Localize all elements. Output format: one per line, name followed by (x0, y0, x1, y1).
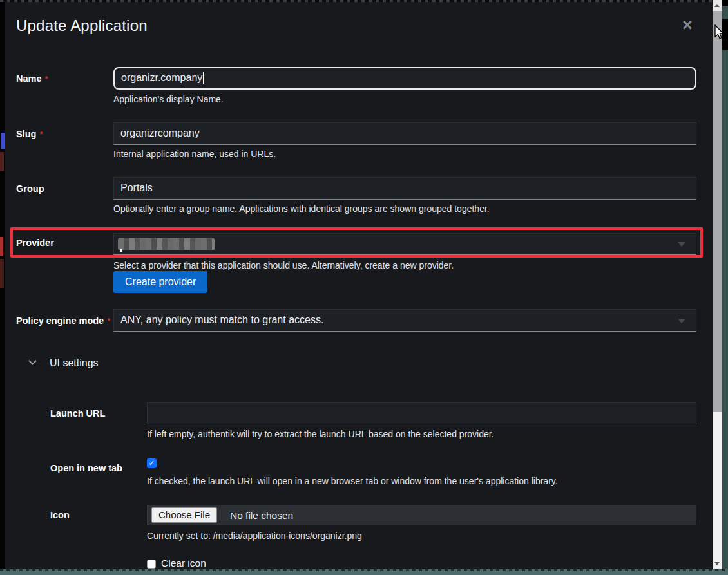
page-edge-artifact (0, 259, 4, 288)
chevron-down-icon (678, 242, 685, 247)
open-in-new-tab-checkbox[interactable]: ✓ (147, 458, 157, 468)
redaction-artifact (120, 249, 122, 252)
icon-file-input[interactable]: Choose File No file chosen (147, 505, 696, 525)
ui-settings-title: UI settings (50, 357, 99, 369)
open-in-new-tab-help-text: If checked, the launch URL will open in … (147, 476, 558, 486)
scrollbar-thumb[interactable] (713, 11, 722, 412)
slug-input[interactable]: organizrcompany (113, 122, 696, 145)
scrollbar-up-button[interactable] (713, 0, 722, 11)
launch-url-help-text: If left empty, authentik will try to ext… (147, 429, 494, 439)
icon-field-label: Icon (50, 510, 147, 520)
file-status-text: No file chosen (230, 508, 293, 523)
provider-select[interactable] (113, 233, 696, 255)
page-edge-artifact (1, 133, 5, 149)
launch-url-input[interactable] (147, 402, 696, 424)
provider-field-label: Provider (16, 238, 113, 248)
name-field-label: Name* (16, 73, 113, 84)
required-asterisk: * (39, 129, 43, 139)
page-edge-artifact (0, 237, 3, 256)
launch-url-label: Launch URL (50, 408, 147, 419)
slug-help-text: Internal application name, used in URLs. (113, 149, 276, 159)
group-help-text: Optionally enter a group name. Applicati… (113, 203, 490, 214)
icon-help-text: Currently set to: /media/application-ico… (147, 531, 362, 541)
provider-help-text: Select a provider that this application … (113, 260, 454, 270)
check-icon: ✓ (148, 458, 155, 467)
mouse-cursor-icon (713, 24, 724, 41)
policy-engine-mode-label: Policy engine mode* (16, 316, 113, 326)
create-provider-button[interactable]: Create provider (113, 271, 207, 293)
group-input[interactable]: Portals (113, 177, 696, 200)
required-asterisk: * (107, 316, 110, 326)
scrollbar-down-button[interactable] (713, 558, 722, 569)
clear-icon-checkbox[interactable] (147, 560, 156, 569)
text-caret (203, 72, 204, 84)
name-help-text: Application's display Name. (113, 94, 224, 104)
triangle-up-icon (714, 4, 720, 7)
clear-icon-label: Clear icon (161, 558, 206, 569)
page-edge-artifact (722, 0, 728, 6)
name-input[interactable]: organizr.company (113, 67, 696, 90)
choose-file-button[interactable]: Choose File (151, 507, 217, 523)
chevron-down-icon (28, 357, 37, 365)
triangle-down-icon (714, 562, 720, 565)
group-field-label: Group (16, 184, 113, 194)
page-edge-left (0, 0, 5, 575)
close-icon[interactable]: × (678, 15, 697, 35)
required-asterisk: * (45, 74, 48, 84)
screenshot-root: Update Application × Name* organizr.comp… (0, 0, 728, 575)
slug-field-label: Slug* (16, 129, 113, 139)
policy-engine-mode-select[interactable]: ANY, any policy must match to grant acce… (113, 309, 696, 332)
ui-settings-section-toggle[interactable]: UI settings (23, 356, 101, 374)
modal-title: Update Application (16, 17, 148, 35)
chevron-down-icon (678, 319, 685, 323)
page-edge-artifact (0, 152, 4, 171)
scrollbar[interactable] (713, 0, 722, 569)
redacted-provider-value (118, 238, 215, 250)
open-in-new-tab-label: Open in new tab (50, 463, 147, 473)
page-edge-bottom (0, 569, 728, 575)
selection-ants-top (0, 0, 713, 2)
page-edge-right (722, 0, 728, 575)
